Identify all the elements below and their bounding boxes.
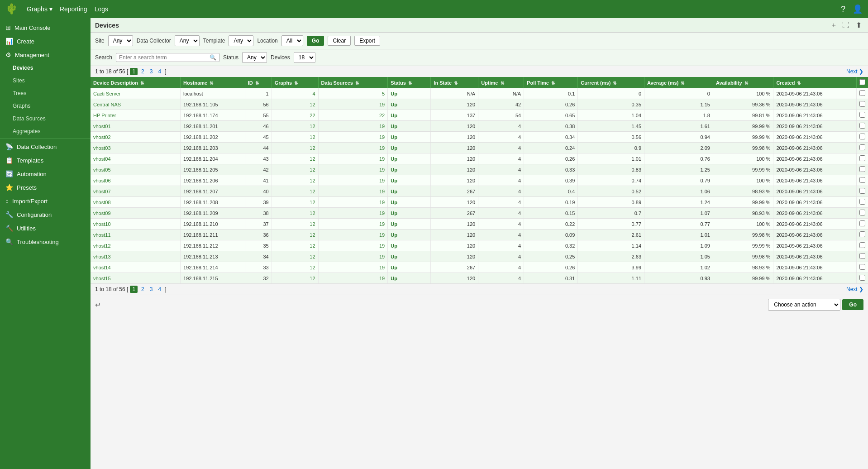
device-link[interactable]: vhost12 [93, 243, 111, 249]
device-link[interactable]: vhost07 [93, 189, 111, 194]
graphs-link[interactable]: 12 [310, 124, 315, 129]
device-link[interactable]: vhost04 [93, 156, 111, 162]
sidebar-item-management[interactable]: ⚙ Management [0, 48, 91, 62]
row-checkbox[interactable] [859, 253, 865, 259]
page-link-4[interactable]: 4 [156, 68, 163, 75]
next-link-top[interactable]: Next ❯ [846, 68, 863, 75]
device-link[interactable]: vhost01 [93, 124, 111, 129]
col-hostname[interactable]: Hostname ⇅ [181, 77, 245, 88]
datasources-link[interactable]: 19 [379, 276, 385, 281]
graphs-link[interactable]: 12 [310, 178, 315, 183]
device-link[interactable]: vhost09 [93, 211, 111, 216]
data-collector-select[interactable]: Any [175, 35, 200, 46]
sidebar-item-automation[interactable]: 🔄 Automation [0, 167, 91, 181]
device-link[interactable]: vhost14 [93, 265, 111, 270]
datasources-link[interactable]: 19 [379, 178, 385, 183]
col-availability[interactable]: Availability ⇅ [713, 77, 773, 88]
graphs-link[interactable]: 22 [310, 113, 315, 118]
sidebar-item-templates[interactable]: 📋 Templates [0, 153, 91, 167]
col-created[interactable]: Created ⇅ [773, 77, 857, 88]
device-link[interactable]: vhost13 [93, 254, 111, 259]
sidebar-item-devices[interactable]: Devices [0, 62, 91, 74]
col-current[interactable]: Current (ms) ⇅ [578, 77, 644, 88]
sidebar-item-data-collection[interactable]: 📡 Data Collection [0, 140, 91, 153]
page-link-b4[interactable]: 4 [156, 286, 163, 293]
page-link-b2[interactable]: 2 [139, 286, 146, 293]
nav-reporting[interactable]: Reporting [60, 5, 87, 13]
device-link[interactable]: vhost11 [93, 232, 111, 238]
sidebar-item-import-export[interactable]: ↕ Import/Export [0, 194, 91, 208]
sidebar-item-trees[interactable]: Trees [0, 87, 91, 100]
row-checkbox[interactable] [859, 101, 865, 107]
user-icon[interactable]: 👤 [853, 4, 863, 14]
row-checkbox[interactable] [859, 112, 865, 118]
datasources-link[interactable]: 19 [379, 189, 385, 194]
search-input[interactable] [119, 54, 210, 61]
device-link[interactable]: vhost03 [93, 145, 111, 151]
graphs-link[interactable]: 12 [310, 145, 315, 151]
device-link[interactable]: HP Printer [93, 113, 116, 118]
nav-logs[interactable]: Logs [95, 5, 108, 13]
device-link[interactable]: vhost02 [93, 134, 111, 140]
datasources-link[interactable]: 22 [379, 113, 385, 118]
collapse-button[interactable]: ⬆ [854, 20, 863, 30]
col-datasources[interactable]: Data Sources ⇅ [318, 77, 388, 88]
status-select[interactable]: Any [242, 52, 267, 63]
back-icon[interactable]: ↵ [95, 301, 101, 309]
sidebar-item-configuration[interactable]: 🔧 Configuration [0, 208, 91, 221]
row-checkbox[interactable] [859, 134, 865, 139]
col-instate[interactable]: In State ⇅ [431, 77, 478, 88]
datasources-link[interactable]: 19 [379, 243, 385, 249]
page-link-b3[interactable]: 3 [148, 286, 155, 293]
graphs-link[interactable]: 12 [310, 156, 315, 162]
action-select[interactable]: Choose an action [768, 299, 840, 311]
select-all-checkbox[interactable] [859, 79, 865, 85]
graphs-link[interactable]: 4 [312, 91, 315, 96]
datasources-link[interactable]: 19 [379, 167, 385, 172]
graphs-link[interactable]: 12 [310, 189, 315, 194]
export-button[interactable]: Export [354, 36, 380, 46]
col-graphs[interactable]: Graphs ⇅ [272, 77, 318, 88]
datasources-link[interactable]: 19 [379, 134, 385, 140]
datasources-link[interactable]: 19 [379, 254, 385, 259]
graphs-link[interactable]: 12 [310, 102, 315, 107]
graphs-link[interactable]: 12 [310, 254, 315, 259]
sidebar-item-main-console[interactable]: ⊞ Main Console [0, 21, 91, 34]
add-button[interactable]: + [830, 20, 838, 30]
sidebar-item-create[interactable]: 📊 Create [0, 34, 91, 48]
nav-graphs[interactable]: Graphs ▾ [27, 5, 52, 13]
help-icon[interactable]: ? [841, 5, 845, 14]
template-select[interactable]: Any [229, 35, 253, 46]
sidebar-item-utilities[interactable]: 🔨 Utilities [0, 221, 91, 235]
sidebar-item-graphs[interactable]: Graphs [0, 100, 91, 112]
go-button[interactable]: Go [307, 36, 324, 46]
datasources-link[interactable]: 19 [379, 102, 385, 107]
datasources-link[interactable]: 5 [382, 91, 385, 96]
col-description[interactable]: Device Description ⇅ [91, 77, 181, 88]
page-link-2[interactable]: 2 [139, 68, 146, 75]
sidebar-item-presets[interactable]: ⭐ Presets [0, 181, 91, 194]
device-link[interactable]: vhost06 [93, 178, 111, 183]
col-id[interactable]: ID ⇅ [245, 77, 272, 88]
device-link[interactable]: vhost15 [93, 276, 111, 281]
clear-button[interactable]: Clear [328, 36, 351, 46]
graphs-link[interactable]: 12 [310, 211, 315, 216]
row-checkbox[interactable] [859, 123, 865, 129]
datasources-link[interactable]: 19 [379, 145, 385, 151]
col-average[interactable]: Average (ms) ⇅ [644, 77, 713, 88]
datasources-link[interactable]: 19 [379, 156, 385, 162]
col-polltime[interactable]: Poll Time ⇅ [524, 77, 578, 88]
row-checkbox[interactable] [859, 210, 865, 215]
graphs-link[interactable]: 12 [310, 276, 315, 281]
row-checkbox[interactable] [859, 275, 865, 281]
location-select[interactable]: All [281, 35, 303, 46]
graphs-link[interactable]: 12 [310, 232, 315, 238]
device-link[interactable]: Central NAS [93, 102, 121, 107]
graphs-link[interactable]: 12 [310, 243, 315, 249]
row-checkbox[interactable] [859, 220, 865, 226]
col-status[interactable]: Status ⇅ [388, 77, 431, 88]
device-link[interactable]: vhost05 [93, 167, 111, 172]
next-link-bottom[interactable]: Next ❯ [846, 286, 863, 292]
action-go-button[interactable]: Go [842, 299, 863, 310]
row-checkbox[interactable] [859, 90, 865, 96]
